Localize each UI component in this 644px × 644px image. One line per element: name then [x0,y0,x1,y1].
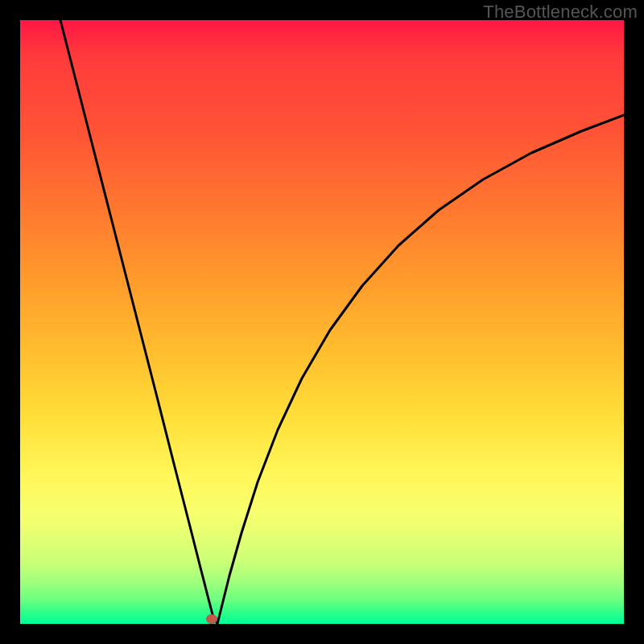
curve-path [60,20,624,624]
chart-frame: TheBottleneck.com [0,0,644,644]
bottleneck-curve [20,20,624,624]
watermark-text: TheBottleneck.com [483,2,638,23]
bottleneck-marker [206,614,217,624]
plot-area [20,20,624,624]
